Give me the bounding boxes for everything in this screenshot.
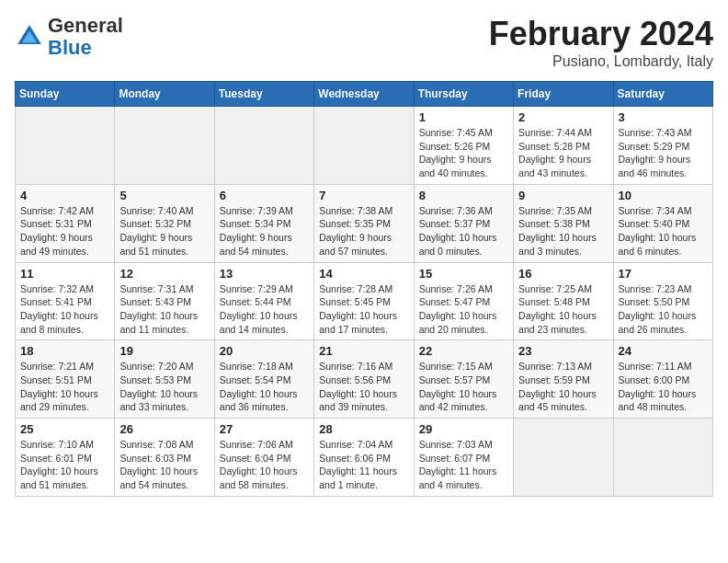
header-cell-monday: Monday <box>115 82 214 107</box>
calendar-cell: 18Sunrise: 7:21 AM Sunset: 5:51 PM Dayli… <box>16 340 115 419</box>
calendar-cell <box>314 107 414 185</box>
calendar-cell: 24Sunrise: 7:11 AM Sunset: 6:00 PM Dayli… <box>613 340 712 419</box>
week-row-4: 25Sunrise: 7:10 AM Sunset: 6:01 PM Dayli… <box>16 419 713 497</box>
day-number: 25 <box>20 422 109 436</box>
day-number: 11 <box>20 267 109 281</box>
day-info: Sunrise: 7:11 AM Sunset: 6:00 PM Dayligh… <box>619 360 708 414</box>
day-number: 29 <box>419 422 508 436</box>
calendar-header: SundayMondayTuesdayWednesdayThursdayFrid… <box>16 82 713 107</box>
day-info: Sunrise: 7:28 AM Sunset: 5:45 PM Dayligh… <box>319 282 408 337</box>
day-info: Sunrise: 7:40 AM Sunset: 5:32 PM Dayligh… <box>119 204 209 259</box>
calendar-cell: 21Sunrise: 7:16 AM Sunset: 5:56 PM Dayli… <box>314 340 414 419</box>
day-number: 12 <box>119 267 209 281</box>
calendar-cell: 20Sunrise: 7:18 AM Sunset: 5:54 PM Dayli… <box>214 340 313 419</box>
week-row-0: 1Sunrise: 7:45 AM Sunset: 5:26 PM Daylig… <box>16 107 713 185</box>
header-cell-thursday: Thursday <box>414 82 513 107</box>
day-info: Sunrise: 7:42 AM Sunset: 5:31 PM Dayligh… <box>20 204 109 259</box>
sub-title: Pusiano, Lombardy, Italy <box>489 53 713 70</box>
header-cell-sunday: Sunday <box>16 82 115 107</box>
day-number: 13 <box>220 267 309 281</box>
calendar-cell: 12Sunrise: 7:31 AM Sunset: 5:43 PM Dayli… <box>115 262 214 340</box>
calendar-cell <box>115 107 214 185</box>
calendar-cell: 22Sunrise: 7:15 AM Sunset: 5:57 PM Dayli… <box>414 340 513 419</box>
header-row: SundayMondayTuesdayWednesdayThursdayFrid… <box>16 82 713 107</box>
logo-icon <box>15 22 44 52</box>
day-number: 15 <box>419 267 508 281</box>
day-number: 21 <box>319 344 408 358</box>
calendar-cell: 11Sunrise: 7:32 AM Sunset: 5:41 PM Dayli… <box>16 262 115 340</box>
calendar-table: SundayMondayTuesdayWednesdayThursdayFrid… <box>15 81 713 497</box>
header-cell-friday: Friday <box>514 82 613 107</box>
week-row-3: 18Sunrise: 7:21 AM Sunset: 5:51 PM Dayli… <box>16 340 713 419</box>
day-info: Sunrise: 7:32 AM Sunset: 5:41 PM Dayligh… <box>20 282 109 337</box>
day-info: Sunrise: 7:08 AM Sunset: 6:03 PM Dayligh… <box>119 438 209 492</box>
day-number: 19 <box>119 344 209 358</box>
day-info: Sunrise: 7:26 AM Sunset: 5:47 PM Dayligh… <box>419 282 508 337</box>
day-number: 22 <box>419 344 508 358</box>
day-info: Sunrise: 7:21 AM Sunset: 5:51 PM Dayligh… <box>20 360 109 414</box>
day-number: 27 <box>220 422 309 436</box>
calendar-cell: 16Sunrise: 7:25 AM Sunset: 5:48 PM Dayli… <box>514 262 613 340</box>
day-info: Sunrise: 7:16 AM Sunset: 5:56 PM Dayligh… <box>319 360 408 414</box>
calendar-cell: 5Sunrise: 7:40 AM Sunset: 5:32 PM Daylig… <box>115 184 214 262</box>
day-info: Sunrise: 7:18 AM Sunset: 5:54 PM Dayligh… <box>220 360 309 414</box>
day-info: Sunrise: 7:44 AM Sunset: 5:28 PM Dayligh… <box>518 126 608 180</box>
day-number: 2 <box>518 110 608 124</box>
day-info: Sunrise: 7:45 AM Sunset: 5:26 PM Dayligh… <box>419 126 508 180</box>
day-number: 14 <box>319 267 408 281</box>
day-number: 18 <box>20 344 109 358</box>
calendar-cell: 26Sunrise: 7:08 AM Sunset: 6:03 PM Dayli… <box>115 419 214 497</box>
day-number: 16 <box>518 267 608 281</box>
calendar-cell: 17Sunrise: 7:23 AM Sunset: 5:50 PM Dayli… <box>613 262 712 340</box>
logo-text: General Blue <box>48 15 123 59</box>
day-info: Sunrise: 7:34 AM Sunset: 5:40 PM Dayligh… <box>619 204 708 259</box>
calendar-cell: 10Sunrise: 7:34 AM Sunset: 5:40 PM Dayli… <box>613 184 712 262</box>
calendar-cell: 3Sunrise: 7:43 AM Sunset: 5:29 PM Daylig… <box>613 107 712 185</box>
calendar-cell: 27Sunrise: 7:06 AM Sunset: 6:04 PM Dayli… <box>214 419 313 497</box>
day-info: Sunrise: 7:43 AM Sunset: 5:29 PM Dayligh… <box>619 126 708 180</box>
day-info: Sunrise: 7:03 AM Sunset: 6:07 PM Dayligh… <box>419 438 508 492</box>
week-row-1: 4Sunrise: 7:42 AM Sunset: 5:31 PM Daylig… <box>16 184 713 262</box>
header-cell-saturday: Saturday <box>613 82 712 107</box>
day-info: Sunrise: 7:15 AM Sunset: 5:57 PM Dayligh… <box>419 360 508 414</box>
calendar-cell: 1Sunrise: 7:45 AM Sunset: 5:26 PM Daylig… <box>414 107 513 185</box>
main-title: February 2024 <box>489 15 713 53</box>
calendar-cell <box>214 107 313 185</box>
calendar-cell <box>16 107 115 185</box>
day-number: 20 <box>220 344 309 358</box>
header-cell-wednesday: Wednesday <box>314 82 414 107</box>
day-number: 26 <box>119 422 209 436</box>
logo: General Blue <box>15 15 123 59</box>
day-number: 6 <box>220 189 309 202</box>
day-info: Sunrise: 7:35 AM Sunset: 5:38 PM Dayligh… <box>518 204 608 259</box>
calendar-cell: 15Sunrise: 7:26 AM Sunset: 5:47 PM Dayli… <box>414 262 513 340</box>
day-info: Sunrise: 7:36 AM Sunset: 5:37 PM Dayligh… <box>419 204 508 259</box>
calendar-cell: 29Sunrise: 7:03 AM Sunset: 6:07 PM Dayli… <box>414 419 513 497</box>
day-number: 28 <box>319 422 408 436</box>
day-info: Sunrise: 7:39 AM Sunset: 5:34 PM Dayligh… <box>220 204 309 259</box>
header-cell-tuesday: Tuesday <box>214 82 313 107</box>
calendar-cell: 23Sunrise: 7:13 AM Sunset: 5:59 PM Dayli… <box>514 340 613 419</box>
day-number: 3 <box>619 110 708 124</box>
calendar-cell: 25Sunrise: 7:10 AM Sunset: 6:01 PM Dayli… <box>16 419 115 497</box>
calendar-cell: 4Sunrise: 7:42 AM Sunset: 5:31 PM Daylig… <box>16 184 115 262</box>
day-info: Sunrise: 7:25 AM Sunset: 5:48 PM Dayligh… <box>518 282 608 337</box>
day-info: Sunrise: 7:38 AM Sunset: 5:35 PM Dayligh… <box>319 204 408 259</box>
day-number: 8 <box>419 189 508 202</box>
day-number: 10 <box>619 189 708 202</box>
calendar-cell: 6Sunrise: 7:39 AM Sunset: 5:34 PM Daylig… <box>214 184 313 262</box>
calendar-cell: 8Sunrise: 7:36 AM Sunset: 5:37 PM Daylig… <box>414 184 513 262</box>
day-info: Sunrise: 7:06 AM Sunset: 6:04 PM Dayligh… <box>220 438 309 492</box>
calendar-cell <box>613 419 712 497</box>
calendar-cell: 9Sunrise: 7:35 AM Sunset: 5:38 PM Daylig… <box>514 184 613 262</box>
day-number: 5 <box>119 189 209 202</box>
title-block: February 2024 Pusiano, Lombardy, Italy <box>489 15 713 70</box>
calendar-cell: 2Sunrise: 7:44 AM Sunset: 5:28 PM Daylig… <box>514 107 613 185</box>
day-info: Sunrise: 7:13 AM Sunset: 5:59 PM Dayligh… <box>518 360 608 414</box>
day-number: 17 <box>619 267 708 281</box>
week-row-2: 11Sunrise: 7:32 AM Sunset: 5:41 PM Dayli… <box>16 262 713 340</box>
day-number: 23 <box>518 344 608 358</box>
day-info: Sunrise: 7:04 AM Sunset: 6:06 PM Dayligh… <box>319 438 408 492</box>
calendar-cell <box>514 419 613 497</box>
day-number: 4 <box>20 189 109 202</box>
